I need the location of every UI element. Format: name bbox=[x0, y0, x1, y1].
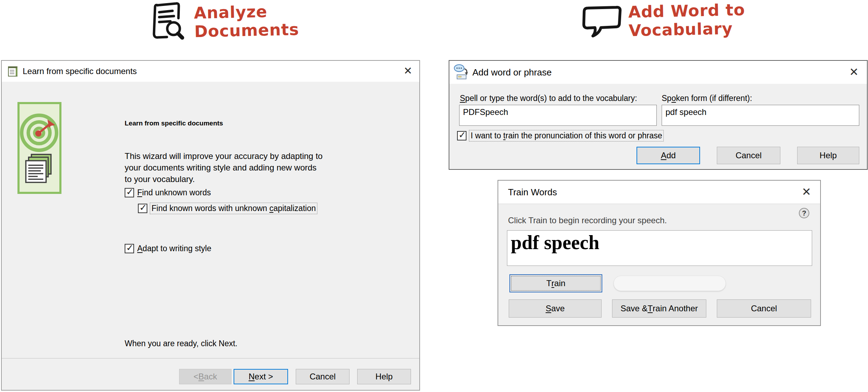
checkbox-box: ✓ bbox=[457, 131, 466, 140]
phrase-display: pdf speech bbox=[507, 230, 812, 266]
cancel-button[interactable]: Cancel bbox=[717, 147, 780, 164]
save-button[interactable]: Save bbox=[509, 299, 602, 318]
checkbox-box: ✓ bbox=[125, 244, 134, 253]
annotation-line: Analyze bbox=[194, 2, 299, 22]
help-button[interactable]: Help bbox=[357, 369, 411, 384]
spoken-form-label: Spoken form (if different): bbox=[662, 94, 752, 103]
check-icon: ✓ bbox=[139, 202, 147, 213]
check-icon: ✓ bbox=[126, 242, 134, 253]
notepad-icon bbox=[7, 65, 19, 77]
speech-bubble-icon bbox=[580, 3, 625, 44]
checkbox-label: Find unknown words bbox=[137, 188, 211, 197]
trainwords-titlebar: Train Words bbox=[498, 181, 820, 204]
back-button[interactable]: < Back bbox=[179, 369, 231, 384]
train-words-dialog: Train Words ✕ ? Click Train to begin rec… bbox=[498, 180, 821, 326]
annotation-line: Add Word to bbox=[628, 1, 745, 22]
description-line: This wizard will improve your accuracy b… bbox=[125, 150, 323, 162]
wizard-footer-note: When you are ready, click Next. bbox=[125, 339, 237, 348]
annotation-line: Vocabulary bbox=[628, 19, 745, 40]
close-icon[interactable]: ✕ bbox=[802, 186, 811, 197]
checkbox-train-pronunciation[interactable]: ✓ I want to train the pronunciation of t… bbox=[457, 130, 664, 141]
wizard-title: Learn from specific documents bbox=[23, 66, 137, 76]
spoken-form-input[interactable]: pdf speech bbox=[662, 105, 859, 126]
checkbox-box: ✓ bbox=[138, 204, 147, 213]
spell-input[interactable]: PDFSpeech bbox=[459, 105, 657, 126]
cancel-button[interactable]: Cancel bbox=[296, 369, 350, 384]
checkbox-label: Adapt to writing style bbox=[137, 244, 211, 253]
next-button[interactable]: Next > bbox=[234, 369, 288, 384]
checkbox-find-unknown-words[interactable]: ✓ Find unknown words bbox=[125, 188, 211, 197]
checkbox-find-known-words-unknown-capitalization[interactable]: ✓ Find known words with unknown capitali… bbox=[138, 203, 317, 214]
footer-separator bbox=[2, 358, 419, 358]
target-and-documents-graphic bbox=[17, 102, 61, 195]
check-icon: ✓ bbox=[458, 130, 466, 140]
add-word-or-phrase-dialog: Add word or phrase ✕ Spell or type the w… bbox=[449, 60, 868, 170]
add-button[interactable]: Add bbox=[637, 147, 700, 164]
close-icon[interactable]: ✕ bbox=[849, 66, 859, 78]
close-icon[interactable]: ✕ bbox=[404, 65, 412, 77]
wizard-heading: Learn from specific documents bbox=[125, 119, 223, 127]
help-icon[interactable]: ? bbox=[799, 208, 809, 218]
help-button[interactable]: Help bbox=[797, 147, 859, 164]
wizard-titlebar: Learn from specific documents bbox=[2, 61, 419, 82]
description-line: your documents writing style and adding … bbox=[125, 162, 323, 173]
checkbox-label: I want to train the pronunciation of thi… bbox=[469, 130, 664, 141]
checkbox-adapt-to-writing-style[interactable]: ✓ Adapt to writing style bbox=[125, 244, 211, 253]
cancel-button[interactable]: Cancel bbox=[717, 299, 811, 318]
learn-from-documents-dialog: Learn from specific documents ✕ bbox=[1, 60, 420, 391]
annotation-line: Documents bbox=[194, 20, 299, 41]
document-magnifier-icon bbox=[146, 1, 187, 45]
speech-bubble-device-icon bbox=[454, 64, 470, 80]
annotation-add-word-to-vocabulary: Add Word to Vocabulary bbox=[628, 1, 746, 40]
train-button[interactable]: Train bbox=[509, 274, 602, 292]
annotation-analyze-documents: Analyze Documents bbox=[194, 2, 299, 41]
check-icon: ✓ bbox=[126, 187, 134, 197]
volume-meter bbox=[613, 276, 726, 291]
wizard-description: This wizard will improve your accuracy b… bbox=[125, 150, 323, 185]
checkbox-box: ✓ bbox=[125, 188, 134, 197]
checkbox-label: Find known words with unknown capitaliza… bbox=[150, 203, 317, 214]
save-and-train-another-button[interactable]: Save & Train Another bbox=[612, 299, 706, 318]
addword-title: Add word or phrase bbox=[472, 67, 552, 78]
description-line: to your vocabulary. bbox=[125, 173, 323, 185]
spell-label: Spell or type the word(s) to add to the … bbox=[460, 94, 637, 103]
train-instruction: Click Train to begin recording your spee… bbox=[508, 216, 667, 225]
trainwords-title: Train Words bbox=[508, 187, 557, 198]
addword-titlebar: Add word or phrase bbox=[449, 61, 867, 84]
